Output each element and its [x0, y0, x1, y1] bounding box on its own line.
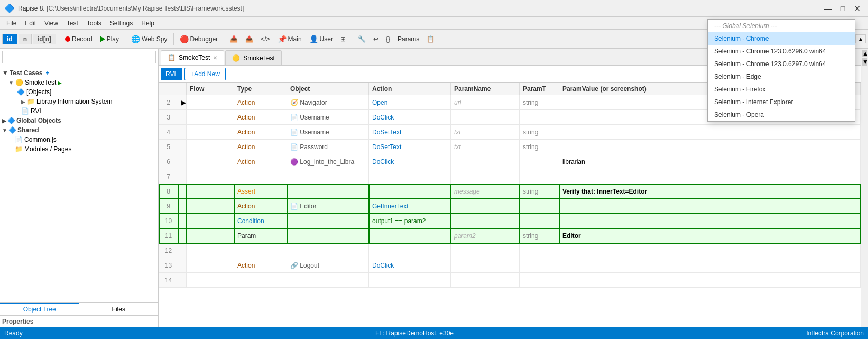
sidebar-search-input[interactable]: [2, 51, 156, 63]
webspy-button[interactable]: 🌐 Web Spy: [128, 32, 170, 47]
row-type-cell[interactable]: [234, 273, 287, 288]
id-tab-idn[interactable]: id[n]: [33, 34, 56, 44]
row-object-cell[interactable]: [287, 228, 369, 243]
row-object-cell[interactable]: 📄 Username: [287, 125, 369, 140]
row-action-cell[interactable]: [369, 243, 451, 258]
testcases-add-button[interactable]: +: [45, 69, 49, 77]
doc-tab-smoketest-1[interactable]: 📋 SmokeTest ✕: [161, 50, 224, 65]
tree-testcases-header[interactable]: ▼ Test Cases +: [0, 68, 158, 78]
row-object-cell[interactable]: 🔗 Logout: [287, 258, 369, 273]
table-row[interactable]: 10 Condition output1 == param2: [159, 214, 861, 228]
browser-dropdown-item[interactable]: Selenium - Firefox: [708, 83, 855, 96]
row-type-cell[interactable]: [234, 169, 287, 184]
row-action-cell[interactable]: Open: [369, 95, 451, 110]
row-action-cell[interactable]: DoClick: [369, 154, 451, 169]
browser-dropdown-item[interactable]: Selenium - Chrome 123.0.6296.0 win64: [708, 49, 855, 58]
table-row[interactable]: 9 Action 📄 Editor GetInnerText: [159, 199, 861, 214]
row-object-cell[interactable]: [287, 243, 369, 258]
row-object-cell[interactable]: [287, 214, 369, 228]
toolbar-btn-code[interactable]: </>: [257, 32, 273, 47]
row-paramname-cell[interactable]: param2: [451, 228, 520, 243]
row-type-cell[interactable]: Action: [234, 110, 287, 125]
row-paramname-cell[interactable]: [451, 154, 520, 169]
table-row[interactable]: 11 Param param2 string Editor: [159, 228, 861, 243]
row-paramvalue-cell[interactable]: [559, 199, 861, 214]
toolbar-btn-2[interactable]: 📤: [242, 32, 256, 47]
row-type-cell[interactable]: Action: [234, 199, 287, 214]
row-paramname-cell[interactable]: [451, 199, 520, 214]
row-paramname-cell[interactable]: url: [451, 95, 520, 110]
row-action-cell[interactable]: [369, 184, 451, 199]
menu-file[interactable]: File: [2, 19, 21, 28]
row-paramvalue-cell[interactable]: Verify that: InnerText=Editor: [559, 184, 861, 199]
minimize-button[interactable]: —: [821, 3, 834, 14]
row-paramvalue-cell[interactable]: [559, 273, 861, 288]
id-tab-n[interactable]: n: [19, 34, 32, 44]
table-row[interactable]: 8 Assert message string Verify that: Inn…: [159, 184, 861, 199]
row-type-cell[interactable]: Action: [234, 95, 287, 110]
table-row[interactable]: 5 Action 📄 Password DoSetText txt string: [159, 140, 861, 154]
grid-button[interactable]: ⊞: [337, 32, 349, 47]
row-paramvalue-cell[interactable]: [559, 125, 861, 140]
table-row[interactable]: 4 Action 📄 Username DoSetText txt string: [159, 125, 861, 140]
toolbar-icon-b[interactable]: ↩: [370, 32, 382, 47]
table-row[interactable]: 13 Action 🔗 Logout DoClick: [159, 258, 861, 273]
rvl-tab-button[interactable]: RVL: [161, 68, 182, 80]
tree-shared-header[interactable]: ▼ 🔷 Shared: [0, 125, 158, 135]
menu-view[interactable]: View: [40, 19, 62, 28]
table-row[interactable]: 7: [159, 169, 861, 184]
row-action-cell[interactable]: [369, 273, 451, 288]
row-paramvalue-cell[interactable]: [559, 140, 861, 154]
tree-rvl[interactable]: 📄 RVL: [0, 106, 158, 116]
row-paramname-cell[interactable]: [451, 169, 520, 184]
row-action-cell[interactable]: output1 == param2: [369, 214, 451, 228]
row-object-cell[interactable]: 📄 Password: [287, 140, 369, 154]
row-paramname-cell[interactable]: [451, 214, 520, 228]
table-row[interactable]: 6 Action 🟣 Log_into_the_Libra DoClick li…: [159, 154, 861, 169]
scrollbar-down-arrow[interactable]: ▼: [862, 58, 867, 66]
table-row[interactable]: 14: [159, 273, 861, 288]
row-paramname-cell[interactable]: message: [451, 184, 520, 199]
row-action-cell[interactable]: DoClick: [369, 110, 451, 125]
browser-dropdown-item[interactable]: Selenium - Opera: [708, 108, 855, 121]
row-type-cell[interactable]: Assert: [234, 184, 287, 199]
row-paramvalue-cell[interactable]: [559, 169, 861, 184]
row-object-cell[interactable]: 📄 Username: [287, 110, 369, 125]
row-action-cell[interactable]: DoSetText: [369, 125, 451, 140]
id-tab-id[interactable]: id: [2, 34, 17, 44]
toolbar-icon-c[interactable]: {}: [383, 32, 393, 47]
play-button[interactable]: Play: [97, 32, 122, 47]
right-scrollbar[interactable]: ▲ ▼: [861, 49, 868, 327]
maximize-button[interactable]: □: [836, 3, 849, 14]
tree-smoketest[interactable]: ▼ 🟡 SmokeTest ▶: [0, 78, 158, 87]
browser-dropdown[interactable]: --- Global Selenium ---Selenium - Chrome…: [707, 49, 855, 122]
menu-settings[interactable]: Settings: [106, 19, 137, 28]
row-object-cell[interactable]: [287, 169, 369, 184]
row-type-cell[interactable]: Condition: [234, 214, 287, 228]
row-paramvalue-cell[interactable]: Editor: [559, 228, 861, 243]
params-button[interactable]: Params: [394, 32, 422, 47]
record-button[interactable]: Record: [62, 32, 96, 47]
row-paramname-cell[interactable]: txt: [451, 125, 520, 140]
browser-dropdown-item[interactable]: Selenium - Chrome 123.0.6297.0 win64: [708, 58, 855, 70]
row-type-cell[interactable]: Action: [234, 125, 287, 140]
row-paramvalue-cell[interactable]: [559, 258, 861, 273]
row-paramname-cell[interactable]: txt: [451, 140, 520, 154]
row-type-cell[interactable]: Action: [234, 258, 287, 273]
row-paramname-cell[interactable]: [451, 273, 520, 288]
close-button[interactable]: ✕: [851, 3, 864, 14]
row-object-cell[interactable]: [287, 184, 369, 199]
menu-edit[interactable]: Edit: [21, 19, 40, 28]
row-paramvalue-cell[interactable]: [559, 243, 861, 258]
tab-files[interactable]: Files: [79, 303, 159, 315]
row-object-cell[interactable]: 📄 Editor: [287, 199, 369, 214]
main-button[interactable]: 📌 Main: [274, 32, 305, 47]
row-action-cell[interactable]: DoSetText: [369, 140, 451, 154]
add-new-button[interactable]: +Add New: [184, 68, 226, 80]
row-action-cell[interactable]: GetInnerText: [369, 199, 451, 214]
toolbar-icon-d[interactable]: 📋: [423, 32, 438, 47]
doc-tab-smoketest-2[interactable]: 🟡 SmokeTest: [225, 50, 281, 65]
row-type-cell[interactable]: Param: [234, 228, 287, 243]
user-button[interactable]: 👤 User: [306, 32, 336, 47]
row-paramname-cell[interactable]: [451, 258, 520, 273]
